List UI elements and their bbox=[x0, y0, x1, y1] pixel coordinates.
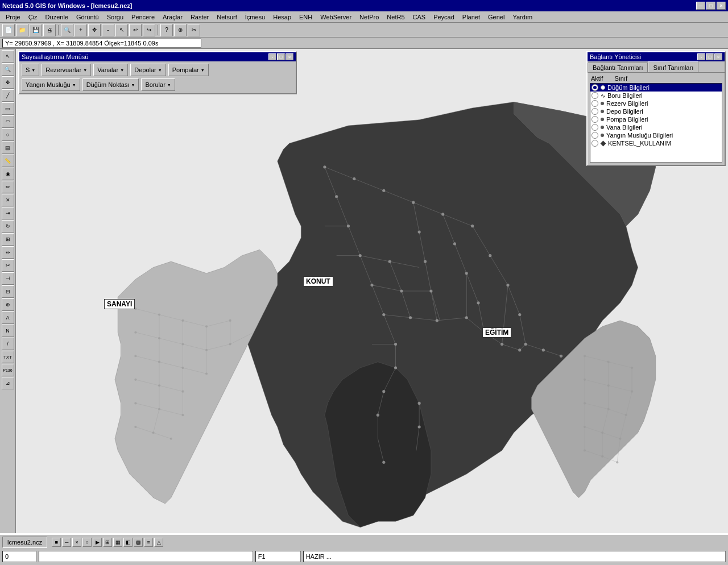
help-btn[interactable]: ? bbox=[160, 24, 173, 36]
taskbar-btn1[interactable]: ■ bbox=[52, 538, 61, 547]
menu-yardim[interactable]: Yardım bbox=[509, 13, 536, 22]
taskbar-btn3[interactable]: × bbox=[72, 538, 81, 547]
tool-snap[interactable]: ⊕ bbox=[2, 298, 14, 311]
tool-coords[interactable]: P136 bbox=[2, 364, 14, 376]
tool-delete[interactable]: ✕ bbox=[2, 194, 14, 206]
new-btn[interactable]: 📄 bbox=[2, 24, 15, 36]
close-btn[interactable]: × bbox=[717, 2, 726, 10]
tool-dim[interactable]: N bbox=[2, 325, 14, 337]
menu-planet[interactable]: Planet bbox=[459, 13, 483, 22]
tool-dim2[interactable]: / bbox=[2, 338, 14, 350]
map-canvas[interactable]: Sayısallaştırma Menüsü - □ × S Rezervuar… bbox=[16, 49, 728, 533]
radio-depo[interactable] bbox=[592, 108, 598, 115]
menu-pencere[interactable]: Pencere bbox=[128, 13, 158, 22]
tool-arc[interactable]: ◠ bbox=[2, 115, 14, 128]
btn-depolar[interactable]: Depolar bbox=[130, 64, 166, 76]
btn-pompalar[interactable]: Pompalar bbox=[168, 64, 209, 76]
menu-netpro[interactable]: NetPro bbox=[356, 13, 382, 22]
menu-hesap[interactable]: Hesap bbox=[270, 13, 295, 22]
tool-line[interactable]: ╱ bbox=[2, 89, 14, 102]
menu-netr5[interactable]: NetR5 bbox=[383, 13, 408, 22]
sinif-item-depo[interactable]: Depo Bilgileri bbox=[590, 107, 722, 115]
sinif-item-pompa[interactable]: Pompa Bilgileri bbox=[590, 115, 722, 123]
radio-dugum[interactable] bbox=[592, 84, 598, 91]
menu-netsurf[interactable]: Netsurf bbox=[213, 13, 240, 22]
tab-baglanti-tanimlari[interactable]: Bağlantı Tanımları bbox=[588, 63, 648, 72]
sayis-minimize[interactable]: - bbox=[268, 53, 276, 60]
taskbar-file-item[interactable]: lcmesu2.ncz bbox=[2, 537, 47, 548]
tool-scale[interactable]: ⊞ bbox=[2, 233, 14, 246]
zoom-win-btn[interactable]: 🔍 bbox=[61, 24, 73, 36]
sayis-close[interactable]: × bbox=[286, 53, 293, 60]
tool-text[interactable]: A bbox=[2, 311, 14, 324]
redo-btn[interactable]: ↪ bbox=[143, 24, 155, 36]
tool-trim[interactable]: ✂ bbox=[2, 259, 14, 272]
tool-hatch[interactable]: ▤ bbox=[2, 142, 14, 154]
tool-mirror[interactable]: ⇔ bbox=[2, 246, 14, 259]
btn-s[interactable]: S bbox=[22, 64, 39, 76]
taskbar-btn10[interactable]: ≡ bbox=[144, 538, 153, 547]
menu-genel[interactable]: Genel bbox=[485, 13, 508, 22]
zoom-in-btn[interactable]: + bbox=[75, 24, 87, 36]
tab-sinif-tanimlari[interactable]: Sınıf Tanımları bbox=[648, 61, 698, 72]
sinif-item-yangin[interactable]: Yangın Musluğu Bilgileri bbox=[590, 131, 722, 139]
tool-zoom[interactable]: 🔍 bbox=[2, 63, 14, 76]
menu-araclar[interactable]: Araçlar bbox=[159, 13, 186, 22]
maximize-btn[interactable]: □ bbox=[706, 2, 715, 10]
tool-circle[interactable]: ○ bbox=[2, 128, 14, 141]
taskbar-btn11[interactable]: △ bbox=[154, 538, 163, 547]
tool-pan[interactable]: ✥ bbox=[2, 76, 14, 89]
tool-extend[interactable]: ⊣ bbox=[2, 272, 14, 285]
btn-vanalar[interactable]: Vanalar bbox=[93, 64, 128, 76]
menu-goruntu[interactable]: Görüntü bbox=[73, 13, 102, 22]
tool-poly[interactable]: ▭ bbox=[2, 102, 14, 115]
pan-btn[interactable]: ✥ bbox=[88, 24, 101, 36]
tool-edit[interactable]: ✏ bbox=[2, 181, 14, 193]
menu-icmesu[interactable]: İçmesu bbox=[242, 13, 268, 22]
tool-txt[interactable]: TXT bbox=[2, 351, 14, 363]
sinif-item-rezerv[interactable]: Rezerv Bilgileri bbox=[590, 99, 722, 107]
btn-rezervuarlar[interactable]: Rezervuarlar bbox=[42, 64, 91, 76]
undo-btn[interactable]: ↩ bbox=[129, 24, 142, 36]
menu-enh[interactable]: ENH bbox=[296, 13, 316, 22]
taskbar-btn4[interactable]: ○ bbox=[82, 538, 92, 547]
tool-measure[interactable]: 📏 bbox=[2, 155, 14, 167]
zoom-out-btn[interactable]: - bbox=[102, 24, 114, 36]
radio-yangin[interactable] bbox=[592, 132, 598, 139]
taskbar-btn8[interactable]: ◧ bbox=[123, 538, 133, 547]
baglanti-maximize[interactable]: □ bbox=[706, 53, 714, 60]
minimize-btn[interactable]: ─ bbox=[696, 2, 705, 10]
radio-kentsel[interactable] bbox=[592, 140, 598, 147]
sinif-item-kentsel[interactable]: KENTSEL_KULLANIM bbox=[590, 139, 722, 147]
tool-offset[interactable]: ⊟ bbox=[2, 285, 14, 298]
print-btn[interactable]: 🖨 bbox=[43, 24, 56, 36]
radio-pompa[interactable] bbox=[592, 116, 598, 123]
menu-ciz[interactable]: Çiz bbox=[25, 13, 41, 22]
open-btn[interactable]: 📁 bbox=[16, 24, 28, 36]
snap-btn[interactable]: ⊕ bbox=[174, 24, 187, 36]
tool-rotate[interactable]: ↻ bbox=[2, 220, 14, 232]
sinif-item-boru[interactable]: ∿ Boru Bilgileri bbox=[590, 92, 722, 99]
tool3-btn[interactable]: ✂ bbox=[188, 24, 200, 36]
baglanti-close[interactable]: × bbox=[714, 53, 722, 60]
menu-sorgu[interactable]: Sorgu bbox=[104, 13, 127, 22]
sinif-item-dugum[interactable]: Düğüm Bilgileri bbox=[590, 84, 722, 92]
baglanti-minimize[interactable]: - bbox=[697, 53, 705, 60]
tool-misc[interactable]: ⊿ bbox=[2, 377, 14, 389]
taskbar-btn2[interactable]: ─ bbox=[62, 538, 71, 547]
tool-select[interactable]: ↖ bbox=[2, 50, 14, 63]
menu-raster[interactable]: Raster bbox=[187, 13, 212, 22]
radio-vana[interactable] bbox=[592, 124, 598, 131]
save-btn[interactable]: 💾 bbox=[30, 24, 42, 36]
sayis-maximize[interactable]: □ bbox=[277, 53, 285, 60]
btn-borular[interactable]: Borular bbox=[141, 78, 175, 91]
menu-proje[interactable]: Proje bbox=[2, 13, 24, 22]
menu-webserver[interactable]: WebServer bbox=[317, 13, 355, 22]
taskbar-btn6[interactable]: ⊞ bbox=[103, 538, 112, 547]
btn-yangin-musluğu[interactable]: Yangın Musluğu bbox=[22, 78, 80, 91]
taskbar-btn7[interactable]: ▦ bbox=[113, 538, 122, 547]
tool-node[interactable]: ◉ bbox=[2, 168, 14, 180]
menu-duzenle[interactable]: Düzenle bbox=[42, 13, 72, 22]
tool-move[interactable]: ⇥ bbox=[2, 207, 14, 219]
radio-boru[interactable] bbox=[592, 92, 598, 99]
